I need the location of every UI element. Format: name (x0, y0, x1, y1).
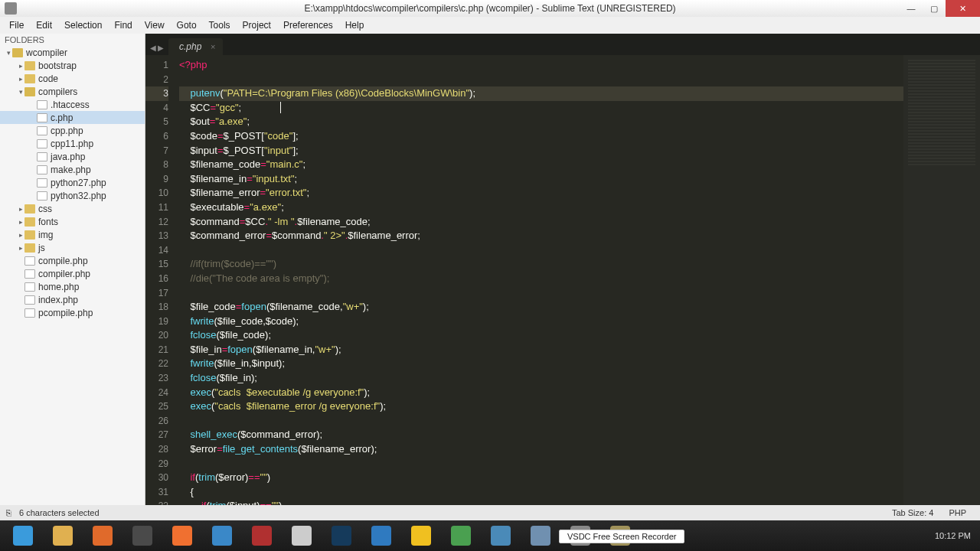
editor: ◀ ▶ c.php × 1234567891011121314151617181… (145, 34, 980, 505)
menu-project[interactable]: Project (237, 18, 277, 32)
taskbar-explorer[interactable] (44, 523, 81, 549)
folder-icon (24, 217, 35, 227)
minimize-button[interactable]: — (900, 0, 923, 17)
media-icon (411, 526, 431, 546)
menu-preferences[interactable]: Preferences (277, 18, 339, 32)
tab-c-php[interactable]: c.php × (168, 38, 223, 55)
explorer-icon (53, 526, 73, 546)
file-icon (24, 308, 35, 318)
sidebar-header: FOLDERS (0, 34, 145, 46)
taskbar-media[interactable] (403, 523, 439, 549)
file-python27-php[interactable]: python27.php (0, 176, 145, 189)
vscode-icon (371, 526, 391, 546)
folder-compilers[interactable]: ▾compilers (0, 85, 145, 98)
app1-icon (252, 526, 272, 546)
nav-fwd-icon[interactable]: ▶ (158, 44, 164, 52)
nav-back-icon[interactable]: ◀ (150, 44, 156, 52)
taskbar-ie[interactable] (5, 523, 41, 549)
taskbar-sublime[interactable] (124, 523, 161, 549)
file-icon (24, 256, 35, 266)
file-icon (24, 269, 35, 279)
app4-icon (531, 526, 550, 546)
status-icon: ⎘ (6, 508, 11, 517)
ie-icon (13, 526, 33, 546)
taskbar-chrome[interactable] (283, 523, 320, 549)
recorder-overlay: VSDC Free Screen Recorder (559, 530, 684, 543)
taskbar-app1[interactable] (243, 523, 280, 549)
file-icon (37, 165, 47, 174)
file-icon (37, 126, 47, 135)
file-make-php[interactable]: make.php (0, 163, 145, 176)
folder-css[interactable]: ▸css (0, 202, 145, 215)
taskbar-photoshop[interactable] (323, 523, 360, 549)
menu-edit[interactable]: Edit (30, 18, 58, 32)
titlebar: E:\xampp\htdocs\wcompiler\compilers\c.ph… (0, 0, 980, 17)
folder-js[interactable]: ▸js (0, 241, 145, 254)
sublime-icon (132, 526, 152, 546)
file-compiler-php[interactable]: compiler.php (0, 267, 145, 280)
folder-icon (24, 61, 35, 70)
taskbar-webstorm[interactable] (204, 523, 240, 549)
clock[interactable]: 10:12 PM (935, 531, 977, 540)
taskbar-firefox[interactable] (84, 523, 121, 549)
menu-file[interactable]: File (3, 18, 30, 32)
status-tabsize[interactable]: Tab Size: 4 (884, 508, 941, 517)
minimap[interactable] (903, 55, 980, 505)
menu-help[interactable]: Help (339, 18, 371, 32)
file-icon (37, 100, 47, 109)
file-home-php[interactable]: home.php (0, 280, 145, 293)
window-title: E:\xampp\htdocs\wcompiler\compilers\c.ph… (304, 3, 675, 14)
file-python32-php[interactable]: python32.php (0, 189, 145, 202)
folder-bootstrap[interactable]: ▸bootstrap (0, 59, 145, 72)
taskbar-vscode[interactable] (363, 523, 400, 549)
status-language[interactable]: PHP (941, 508, 974, 517)
file-icon (37, 113, 47, 122)
line-gutter: 1234567891011121314151617181920212223242… (145, 55, 175, 505)
file-icon (24, 282, 35, 292)
xampp-icon (172, 526, 192, 546)
file-compile-php[interactable]: compile.php (0, 254, 145, 267)
folder-img[interactable]: ▸img (0, 228, 145, 241)
webstorm-icon (212, 526, 232, 546)
folder-icon (24, 230, 35, 240)
tab-close-icon[interactable]: × (211, 42, 215, 51)
app3-icon (491, 526, 511, 546)
folder-fonts[interactable]: ▸fonts (0, 215, 145, 228)
file--htaccess[interactable]: .htaccess (0, 98, 145, 111)
folder-sidebar: FOLDERS ▾wcompiler▸bootstrap▸code▾compil… (0, 34, 145, 505)
close-button[interactable]: ✕ (946, 0, 980, 17)
menu-goto[interactable]: Goto (171, 18, 203, 32)
folder-icon (12, 48, 23, 57)
folder-code[interactable]: ▸code (0, 72, 145, 85)
tab-row: ◀ ▶ c.php × (145, 34, 980, 55)
app-icon (5, 2, 17, 15)
firefox-icon (93, 526, 113, 546)
app2-icon (451, 526, 471, 546)
taskbar-app2[interactable] (443, 523, 479, 549)
menu-selection[interactable]: Selection (58, 18, 108, 32)
folder-icon (24, 243, 35, 253)
file-index-php[interactable]: index.php (0, 293, 145, 306)
file-java-php[interactable]: java.php (0, 150, 145, 163)
menu-tools[interactable]: Tools (203, 18, 237, 32)
menu-view[interactable]: View (139, 18, 171, 32)
file-pcompile-php[interactable]: pcompile.php (0, 306, 145, 319)
taskbar-app3[interactable] (482, 523, 519, 549)
menu-find[interactable]: Find (108, 18, 138, 32)
folder-wcompiler[interactable]: ▾wcompiler (0, 46, 145, 59)
file-cpp-php[interactable]: cpp.php (0, 124, 145, 137)
code-area[interactable]: 1234567891011121314151617181920212223242… (145, 55, 980, 505)
folder-icon (24, 87, 35, 96)
statusbar: ⎘ 6 characters selected Tab Size: 4 PHP (0, 505, 980, 520)
taskbar: VSDC Free Screen Recorder 10:12 PM (0, 520, 980, 551)
taskbar-app4[interactable] (522, 523, 559, 549)
taskbar-xampp[interactable] (164, 523, 201, 549)
code-lines[interactable]: <?php putenv("PATH=C:\Program Files (x86… (175, 55, 903, 505)
folder-icon (24, 74, 35, 83)
file-icon (37, 191, 47, 201)
file-icon (37, 178, 47, 187)
tab-label: c.php (179, 41, 201, 52)
file-c-php[interactable]: c.php (0, 111, 145, 124)
maximize-button[interactable]: ▢ (923, 0, 946, 17)
file-cpp11-php[interactable]: cpp11.php (0, 137, 145, 150)
